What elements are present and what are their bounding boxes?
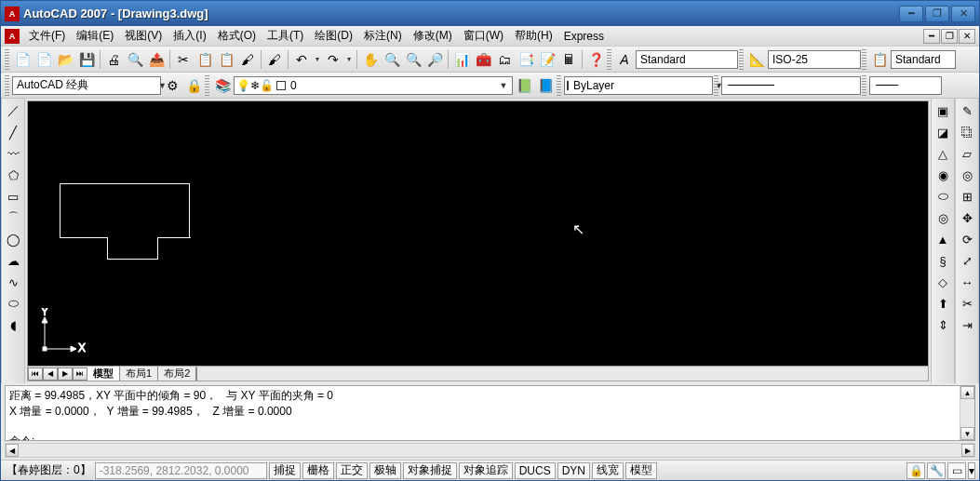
tablestyle-icon[interactable]: 📋 bbox=[869, 49, 890, 70]
erase-icon[interactable]: ✎ bbox=[957, 100, 977, 121]
minimize-button[interactable]: ━ bbox=[899, 6, 923, 22]
properties-icon[interactable]: 📊 bbox=[451, 49, 472, 70]
rotate-icon[interactable]: ⟳ bbox=[957, 229, 977, 249]
lineweight-combo[interactable] bbox=[869, 76, 942, 95]
menu-express[interactable]: Express bbox=[558, 28, 610, 45]
extrude-icon[interactable]: ⬆ bbox=[933, 293, 953, 314]
tab-model[interactable]: 模型 bbox=[87, 367, 120, 381]
torus-icon[interactable]: ◎ bbox=[933, 207, 953, 228]
undo-dd[interactable]: ▾ bbox=[313, 55, 322, 63]
layer-prev-icon[interactable]: 📗 bbox=[514, 75, 534, 96]
rectangle-icon[interactable]: ▭ bbox=[3, 186, 23, 207]
toggle-dyn[interactable]: DYN bbox=[557, 462, 590, 479]
ellipse-icon[interactable]: ⬭ bbox=[3, 293, 23, 314]
cut-icon[interactable]: ✂ bbox=[173, 49, 194, 70]
toolbar-grip-3[interactable] bbox=[739, 49, 744, 70]
toolbar-grip[interactable] bbox=[557, 75, 561, 96]
menu-file[interactable]: 文件(F) bbox=[23, 26, 71, 46]
menu-draw[interactable]: 绘图(D) bbox=[309, 26, 358, 46]
lineweight-input[interactable] bbox=[902, 79, 980, 92]
toolbar-grip[interactable] bbox=[5, 49, 9, 70]
toggle-polar[interactable]: 极轴 bbox=[369, 462, 401, 479]
new-icon[interactable]: 📄 bbox=[34, 49, 54, 70]
scale-icon[interactable]: ⤢ bbox=[957, 250, 977, 271]
wedge-icon[interactable]: ◪ bbox=[933, 122, 953, 142]
workspace-input[interactable] bbox=[15, 79, 158, 92]
line-icon[interactable]: ／ bbox=[3, 100, 23, 121]
preview-icon[interactable]: 🔍 bbox=[125, 49, 145, 70]
toolbar-grip[interactable] bbox=[714, 75, 718, 96]
move-icon[interactable]: ✥ bbox=[957, 207, 977, 228]
save-icon[interactable]: 💾 bbox=[76, 49, 97, 70]
stretch-icon[interactable]: ↔ bbox=[957, 272, 977, 292]
textstyle-combo[interactable]: ▼ bbox=[636, 50, 738, 69]
scroll-left-icon[interactable]: ◀ bbox=[6, 444, 19, 457]
circle-icon[interactable]: ◯ bbox=[3, 229, 23, 249]
cmd-hscroll[interactable]: ◀ ▶ bbox=[5, 443, 975, 458]
mdi-close-button[interactable]: ✕ bbox=[959, 29, 975, 44]
toolpalettes-icon[interactable]: 🗂 bbox=[494, 49, 515, 70]
color-input[interactable] bbox=[571, 79, 715, 92]
lock-ui-icon[interactable]: 🔒 bbox=[906, 462, 925, 479]
menu-dimension[interactable]: 标注(N) bbox=[358, 26, 408, 46]
mdi-minimize-button[interactable]: ━ bbox=[923, 29, 940, 44]
tab-prev-button[interactable]: ◀ bbox=[43, 367, 58, 381]
command-text[interactable]: 距离 = 99.4985，XY 平面中的倾角 = 90， 与 XY 平面的夹角 … bbox=[6, 386, 960, 440]
pan-icon[interactable]: ✋ bbox=[360, 49, 381, 70]
sheetset-icon[interactable]: 📑 bbox=[516, 49, 536, 70]
tab-layout2[interactable]: 布局2 bbox=[158, 367, 196, 381]
array-icon[interactable]: ⊞ bbox=[957, 186, 977, 207]
annoscale-icon[interactable]: 🔧 bbox=[927, 462, 946, 479]
pyramid-icon[interactable]: ▲ bbox=[933, 229, 953, 249]
tablestyle-combo[interactable] bbox=[891, 50, 956, 69]
textstyle-icon[interactable]: A bbox=[614, 49, 635, 70]
scroll-down-icon[interactable]: ▼ bbox=[960, 427, 974, 440]
menu-modify[interactable]: 修改(M) bbox=[408, 26, 458, 46]
tab-next-button[interactable]: ▶ bbox=[58, 367, 73, 381]
plot-icon[interactable]: 🖨 bbox=[103, 49, 124, 70]
xline-icon[interactable]: ╱ bbox=[3, 122, 23, 142]
polyline-icon[interactable]: 〰 bbox=[3, 143, 23, 164]
workspace-settings-icon[interactable]: ⚙ bbox=[162, 75, 182, 96]
layer-combo[interactable]: 💡 ❄ 🔓 ▼ bbox=[234, 76, 513, 95]
toolbar-grip-4[interactable] bbox=[862, 49, 866, 70]
cleanscreen-icon[interactable]: ▭ bbox=[947, 462, 966, 479]
menu-insert[interactable]: 插入(I) bbox=[168, 26, 211, 46]
designcenter-icon[interactable]: 🧰 bbox=[473, 49, 493, 70]
toolbar-grip-2[interactable] bbox=[607, 49, 611, 70]
zoom-rt-icon[interactable]: 🔍 bbox=[382, 49, 402, 70]
redo-dd[interactable]: ▾ bbox=[344, 55, 354, 63]
tab-last-button[interactable]: ⏭ bbox=[73, 367, 87, 381]
menu-window[interactable]: 窗口(W) bbox=[458, 26, 509, 46]
extend-icon[interactable]: ⇥ bbox=[957, 314, 977, 335]
mdi-restore-button[interactable]: ❐ bbox=[941, 29, 958, 44]
statusbar-menu-icon[interactable]: ▾ bbox=[968, 462, 975, 479]
scroll-right-icon[interactable]: ▶ bbox=[961, 444, 974, 457]
sphere-icon[interactable]: ◉ bbox=[933, 165, 953, 185]
publish-icon[interactable]: 📤 bbox=[146, 49, 167, 70]
toolbar-grip[interactable] bbox=[205, 75, 209, 96]
toggle-otrack[interactable]: 对象追踪 bbox=[459, 462, 513, 479]
drawing-canvas[interactable]: ↖ X Y bbox=[28, 101, 928, 366]
paste-icon[interactable]: 📋 bbox=[216, 49, 236, 70]
polygon-icon[interactable]: ⬠ bbox=[3, 165, 23, 185]
spline-icon[interactable]: ∿ bbox=[3, 272, 23, 292]
quickcalc-icon[interactable]: 🖩 bbox=[558, 49, 579, 70]
scroll-up-icon[interactable]: ▲ bbox=[960, 386, 974, 399]
toggle-osnap[interactable]: 对象捕捉 bbox=[403, 462, 457, 479]
toggle-model[interactable]: 模型 bbox=[625, 462, 657, 479]
ellipse-arc-icon[interactable]: ◖ bbox=[3, 314, 23, 335]
copy-obj-icon[interactable]: ⿻ bbox=[957, 122, 977, 142]
dimstyle-combo[interactable]: ▼ bbox=[768, 50, 861, 69]
menu-format[interactable]: 格式(O) bbox=[212, 26, 262, 46]
mirror-icon[interactable]: ▱ bbox=[957, 143, 977, 164]
revcloud-icon[interactable]: ☁ bbox=[3, 250, 23, 271]
menu-edit[interactable]: 编辑(E) bbox=[71, 26, 119, 46]
menu-tools[interactable]: 工具(T) bbox=[262, 26, 309, 46]
planar-icon[interactable]: ◇ bbox=[933, 272, 953, 292]
dimstyle-icon[interactable]: 📐 bbox=[746, 49, 767, 70]
offset-icon[interactable]: ◎ bbox=[957, 165, 977, 185]
undo-icon[interactable]: ↶ bbox=[291, 49, 312, 70]
toggle-ducs[interactable]: DUCS bbox=[515, 462, 556, 479]
helix-icon[interactable]: § bbox=[933, 250, 953, 271]
